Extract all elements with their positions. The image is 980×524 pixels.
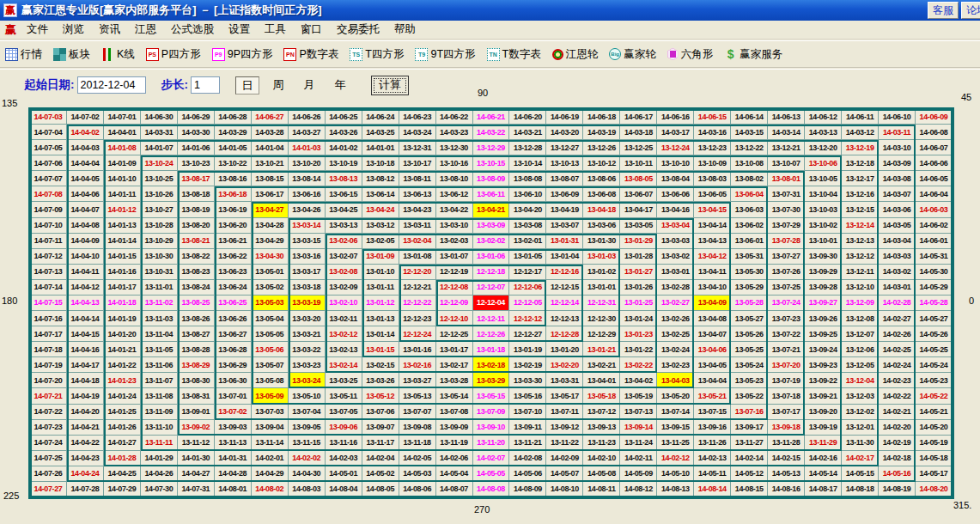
date-cell[interactable]: 14-07-04 bbox=[30, 125, 67, 140]
date-cell[interactable]: 13-06-18 bbox=[215, 186, 252, 202]
date-cell[interactable]: 14-07-11 bbox=[30, 234, 67, 249]
date-cell[interactable]: 13-09-29 bbox=[805, 265, 842, 280]
date-cell[interactable]: 14-04-01 bbox=[104, 125, 141, 140]
date-cell[interactable]: 13-01-27 bbox=[620, 265, 657, 280]
date-cell[interactable]: 14-01-12 bbox=[104, 202, 141, 217]
date-cell[interactable]: 14-03-12 bbox=[842, 125, 879, 140]
toolbar-item-9p-square[interactable]: P99P四方形 bbox=[212, 47, 273, 62]
date-cell[interactable]: 14-06-22 bbox=[436, 109, 473, 125]
date-cell[interactable]: 14-03-11 bbox=[879, 125, 916, 140]
date-cell[interactable]: 13-01-08 bbox=[399, 249, 436, 265]
date-cell[interactable]: 13-10-16 bbox=[436, 155, 473, 171]
date-cell[interactable]: 14-01-13 bbox=[104, 218, 141, 234]
date-cell[interactable]: 13-04-25 bbox=[326, 202, 362, 217]
date-cell[interactable]: 14-02-18 bbox=[879, 451, 916, 466]
date-cell[interactable]: 13-09-23 bbox=[805, 357, 842, 373]
date-cell[interactable]: 14-01-15 bbox=[104, 249, 141, 265]
date-cell[interactable]: 13-12-23 bbox=[694, 140, 731, 155]
date-cell[interactable]: 13-08-12 bbox=[362, 171, 399, 186]
date-cell[interactable]: 13-09-27 bbox=[805, 296, 842, 311]
date-cell[interactable]: 14-04-10 bbox=[67, 249, 104, 265]
date-cell[interactable]: 14-03-27 bbox=[289, 125, 326, 140]
date-cell[interactable]: 13-02-22 bbox=[620, 357, 657, 373]
date-cell[interactable]: 13-09-21 bbox=[805, 388, 842, 404]
date-cell[interactable]: 14-05-05 bbox=[473, 466, 510, 482]
date-cell[interactable]: 13-06-07 bbox=[620, 186, 657, 202]
date-cell[interactable]: 13-01-21 bbox=[583, 342, 620, 357]
date-cell[interactable]: 13-01-15 bbox=[362, 342, 399, 357]
date-cell[interactable]: 12-12-19 bbox=[436, 265, 473, 280]
date-cell[interactable]: 13-08-24 bbox=[178, 280, 215, 296]
date-cell[interactable]: 14-05-17 bbox=[916, 466, 953, 482]
date-cell[interactable]: 12-12-31 bbox=[583, 296, 620, 311]
date-cell[interactable]: 13-11-26 bbox=[694, 436, 731, 451]
date-cell[interactable]: 14-02-20 bbox=[879, 420, 916, 436]
date-cell[interactable]: 13-05-13 bbox=[399, 388, 436, 404]
date-cell[interactable]: 14-02-05 bbox=[399, 451, 436, 466]
date-cell[interactable]: 13-03-03 bbox=[657, 234, 694, 249]
date-cell[interactable]: 13-12-21 bbox=[768, 140, 805, 155]
date-cell[interactable]: 12-12-24 bbox=[399, 326, 436, 342]
date-cell[interactable]: 14-02-07 bbox=[473, 451, 510, 466]
date-cell[interactable]: 14-02-21 bbox=[879, 405, 916, 420]
date-cell[interactable]: 13-11-12 bbox=[178, 436, 215, 451]
date-cell[interactable]: 14-03-15 bbox=[731, 125, 768, 140]
date-cell[interactable]: 13-03-23 bbox=[289, 357, 326, 373]
date-cell[interactable]: 14-01-23 bbox=[104, 373, 141, 388]
date-cell[interactable]: 13-07-24 bbox=[768, 296, 805, 311]
date-cell[interactable]: 13-10-07 bbox=[768, 155, 805, 171]
date-cell[interactable]: 13-11-07 bbox=[141, 373, 178, 388]
date-cell[interactable]: 13-03-21 bbox=[289, 326, 326, 342]
date-cell[interactable]: 14-02-04 bbox=[362, 451, 399, 466]
date-cell[interactable]: 14-07-19 bbox=[30, 357, 67, 373]
date-cell[interactable]: 14-06-10 bbox=[879, 109, 916, 125]
date-cell[interactable]: 13-05-24 bbox=[731, 357, 768, 373]
date-cell[interactable]: 13-08-17 bbox=[178, 171, 215, 186]
date-cell[interactable]: 13-11-10 bbox=[141, 420, 178, 436]
date-cell[interactable]: 13-02-01 bbox=[509, 234, 546, 249]
date-cell[interactable]: 13-12-30 bbox=[436, 140, 473, 155]
date-cell[interactable]: 13-08-11 bbox=[399, 171, 436, 186]
toolbar-item-9t-square[interactable]: T99T四方形 bbox=[415, 47, 475, 62]
date-cell[interactable]: 13-01-14 bbox=[362, 326, 399, 342]
date-cell[interactable]: 13-08-08 bbox=[509, 171, 546, 186]
date-cell[interactable]: 13-12-09 bbox=[842, 296, 879, 311]
date-cell[interactable]: 13-06-02 bbox=[731, 218, 768, 234]
menu-item-settings[interactable]: 设置 bbox=[228, 22, 250, 37]
date-cell[interactable]: 13-01-10 bbox=[362, 265, 399, 280]
date-cell[interactable]: 13-09-02 bbox=[178, 420, 215, 436]
date-cell[interactable]: 13-05-07 bbox=[252, 357, 289, 373]
date-cell[interactable]: 14-05-10 bbox=[657, 466, 694, 482]
menu-item-window[interactable]: 窗口 bbox=[301, 22, 322, 37]
date-cell[interactable]: 14-03-06 bbox=[879, 202, 916, 217]
date-cell[interactable]: 14-04-02 bbox=[67, 125, 104, 140]
date-cell[interactable]: 14-03-02 bbox=[879, 265, 916, 280]
date-cell[interactable]: 14-03-03 bbox=[879, 249, 916, 265]
date-cell[interactable]: 14-05-14 bbox=[805, 466, 842, 482]
date-cell[interactable]: 13-06-03 bbox=[731, 202, 768, 217]
date-cell[interactable]: 14-01-06 bbox=[178, 140, 215, 155]
date-cell[interactable]: 13-08-18 bbox=[178, 186, 215, 202]
date-cell[interactable]: 14-02-28 bbox=[879, 296, 916, 311]
date-cell[interactable]: 13-06-21 bbox=[215, 234, 252, 249]
date-cell[interactable]: 13-10-02 bbox=[805, 218, 842, 234]
date-cell[interactable]: 14-05-11 bbox=[694, 466, 731, 482]
date-cell[interactable]: 13-10-08 bbox=[731, 155, 768, 171]
date-cell[interactable]: 14-08-04 bbox=[326, 482, 362, 497]
date-cell[interactable]: 14-06-24 bbox=[362, 109, 399, 125]
date-cell[interactable]: 14-07-31 bbox=[178, 482, 215, 497]
date-cell[interactable]: 13-12-24 bbox=[657, 140, 694, 155]
date-cell[interactable]: 13-03-28 bbox=[436, 373, 473, 388]
date-cell[interactable]: 13-10-28 bbox=[141, 218, 178, 234]
menu-item-news[interactable]: 资讯 bbox=[99, 22, 120, 37]
forum-button[interactable]: 论坛 bbox=[961, 2, 980, 19]
date-cell[interactable]: 14-02-09 bbox=[546, 451, 583, 466]
calculate-button[interactable]: 计算 bbox=[371, 76, 409, 95]
date-cell[interactable]: 14-05-07 bbox=[546, 466, 583, 482]
date-cell[interactable]: 12-12-27 bbox=[509, 326, 546, 342]
date-cell[interactable]: 13-10-26 bbox=[141, 186, 178, 202]
date-cell[interactable]: 14-01-04 bbox=[252, 140, 289, 155]
date-cell[interactable]: 14-03-20 bbox=[546, 125, 583, 140]
date-cell[interactable]: 13-03-27 bbox=[399, 373, 436, 388]
step-input[interactable] bbox=[191, 76, 220, 94]
